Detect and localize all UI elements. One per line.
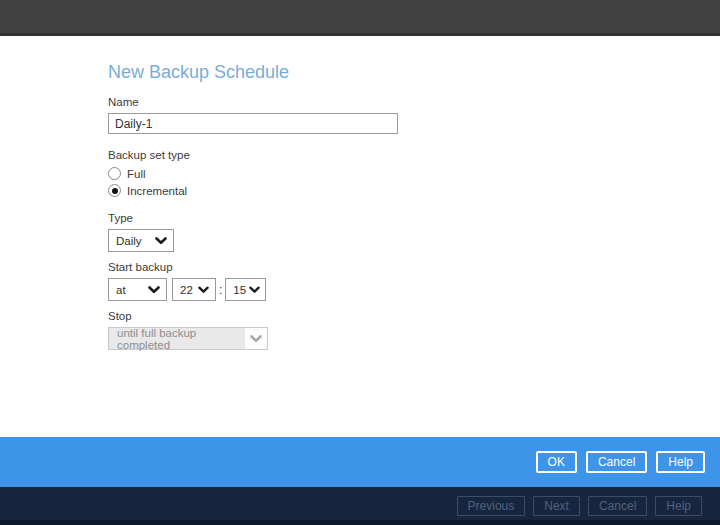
name-field-group: Name xyxy=(108,96,720,134)
wizard-help-button[interactable]: Help xyxy=(655,496,702,516)
help-button[interactable]: Help xyxy=(656,451,705,473)
chevron-down-icon xyxy=(198,286,209,294)
chevron-down-icon xyxy=(249,286,260,294)
type-select[interactable]: Daily xyxy=(108,229,174,252)
new-backup-schedule-window: New Backup Schedule Name Backup set type… xyxy=(0,0,720,525)
stop-field-group: Stop until full backup completed xyxy=(108,310,720,350)
stop-select: until full backup completed xyxy=(108,327,268,350)
chevron-down-icon xyxy=(148,286,160,294)
radio-full-label: Full xyxy=(127,168,146,180)
chevron-down-icon xyxy=(155,237,167,245)
top-bar xyxy=(0,0,720,36)
cancel-button[interactable]: Cancel xyxy=(586,451,647,473)
type-select-value: Daily xyxy=(116,235,142,247)
action-bar: OK Cancel Help xyxy=(0,437,720,487)
start-mode-select[interactable]: at xyxy=(108,278,167,301)
radio-incremental[interactable]: Incremental xyxy=(108,184,720,197)
stop-select-value: until full backup completed xyxy=(109,328,245,349)
previous-button[interactable]: Previous xyxy=(457,496,526,516)
radio-full[interactable]: Full xyxy=(108,167,720,180)
name-input[interactable] xyxy=(108,113,398,134)
start-hour-value: 22 xyxy=(180,284,193,296)
wizard-cancel-button[interactable]: Cancel xyxy=(588,496,647,516)
start-mode-value: at xyxy=(116,284,126,296)
start-minute-value: 15 xyxy=(233,284,246,296)
chevron-down-icon xyxy=(250,335,262,343)
radio-incremental-label: Incremental xyxy=(127,185,187,197)
wizard-bar: Previous Next Cancel Help xyxy=(0,487,720,525)
start-hour-select[interactable]: 22 xyxy=(172,278,216,301)
dialog-content: New Backup Schedule Name Backup set type… xyxy=(0,36,720,437)
backup-set-type-group: Backup set type Full Incremental xyxy=(108,149,720,197)
page-title: New Backup Schedule xyxy=(108,62,720,83)
radio-unchecked-icon xyxy=(108,167,121,180)
start-minute-select[interactable]: 15 xyxy=(225,278,266,301)
start-backup-group: Start backup at 22 : 15 xyxy=(108,261,720,301)
type-label: Type xyxy=(108,212,720,224)
next-button[interactable]: Next xyxy=(533,496,580,516)
name-label: Name xyxy=(108,96,720,108)
backup-set-type-label: Backup set type xyxy=(108,149,720,161)
type-field-group: Type Daily xyxy=(108,212,720,252)
ok-button[interactable]: OK xyxy=(536,451,577,473)
stop-label: Stop xyxy=(108,310,720,322)
time-separator: : xyxy=(219,283,222,297)
start-backup-label: Start backup xyxy=(108,261,720,273)
radio-checked-icon xyxy=(108,184,121,197)
